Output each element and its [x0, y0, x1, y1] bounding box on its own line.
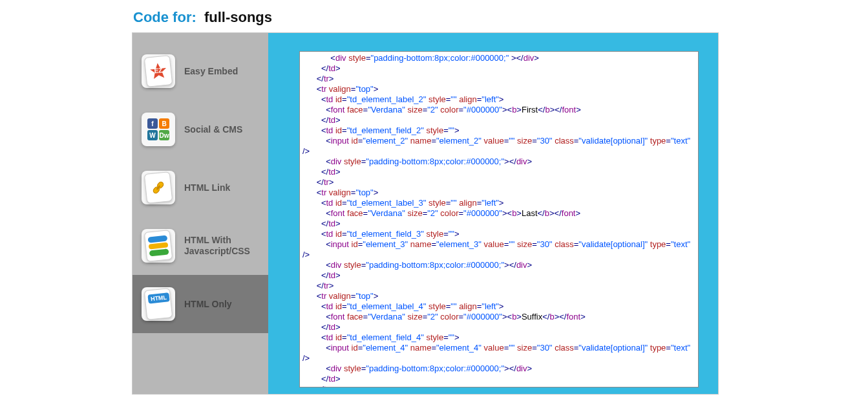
tab-html-js-css[interactable]: HTML With Javascript/CSS: [132, 217, 268, 275]
title-prefix: Code for:: [133, 9, 196, 25]
easy-embed-icon-wrap: EZ: [142, 54, 175, 88]
tab-easy-embed[interactable]: EZEasy Embed: [132, 42, 268, 100]
tab-label: HTML With Javascript/CSS: [184, 235, 262, 257]
social-cms-icon-wrap: fBWDw: [142, 113, 175, 146]
code-output[interactable]: <div style="padding-bottom:8px;color:#00…: [299, 51, 699, 387]
html-js-css-icon-wrap: [142, 229, 175, 263]
html-only-icon: HTML: [144, 288, 173, 320]
page-title: Code for: full-songs: [132, 0, 716, 32]
tab-label: HTML Link: [184, 182, 230, 193]
html-only-icon-wrap: HTML: [142, 287, 175, 321]
tab-label: Easy Embed: [184, 66, 238, 77]
ez-icon: EZ: [144, 55, 173, 87]
tab-social-cms[interactable]: fBWDwSocial & CMS: [132, 100, 268, 158]
code-panel: EZEasy EmbedfBWDwSocial & CMSHTML LinkHT…: [132, 32, 719, 395]
html-js-css-icon: [144, 230, 173, 262]
main-area: <div style="padding-bottom:8px;color:#00…: [268, 33, 718, 394]
sidebar: EZEasy EmbedfBWDwSocial & CMSHTML LinkHT…: [132, 33, 268, 394]
tab-html-only[interactable]: HTMLHTML Only: [132, 275, 268, 333]
social-icon: fBWDw: [147, 118, 169, 140]
tab-label: Social & CMS: [184, 124, 242, 135]
svg-text:EZ: EZ: [154, 67, 163, 74]
html-link-icon-wrap: [142, 171, 175, 204]
tab-label: HTML Only: [184, 299, 232, 310]
title-name: full-songs: [204, 9, 272, 25]
link-icon: [144, 171, 173, 204]
tab-html-link[interactable]: HTML Link: [132, 158, 268, 217]
